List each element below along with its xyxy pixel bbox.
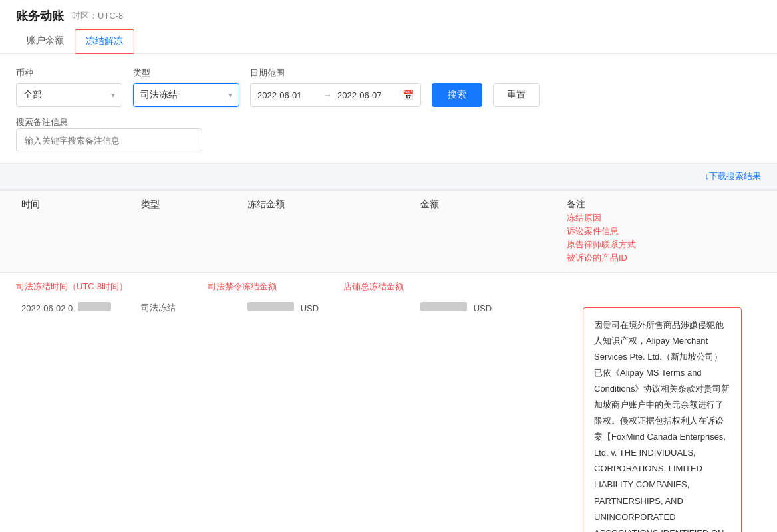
tab-account-balance[interactable]: 账户余额 [16, 29, 75, 53]
type-value: 司法冻结 [140, 89, 178, 101]
type-select[interactable]: 司法冻结 ▾ [133, 83, 239, 107]
col-header-freeze-amount: 冻结金额 [242, 191, 415, 272]
cell-amount: USD [415, 295, 561, 532]
date-to-input[interactable] [337, 90, 397, 100]
date-arrow-icon: → [323, 90, 332, 100]
chevron-down-icon: ▾ [228, 90, 232, 100]
freeze-amount-blur [247, 302, 294, 311]
cell-remarks: 因贵司在境外所售商品涉嫌侵犯他人知识产权，Alipay Merchant Ser… [561, 295, 763, 532]
col-header-remark: 备注 冻结原因 诉讼案件信息 原告律师联系方式 被诉讼的产品ID [561, 191, 761, 272]
freeze-subheader: 司法冻结时间（UTC-8时间） 司法禁令冻结金额 店铺总冻结金额 [0, 273, 777, 295]
calendar-icon: 📅 [402, 90, 414, 100]
time-blur [78, 302, 111, 311]
download-row: ↓下载搜索结果 [0, 164, 777, 189]
amount-currency: USD [474, 303, 492, 313]
freeze-reason-label: 冻结原因 [567, 212, 756, 224]
remark-search-row: 搜索备注信息 [16, 116, 761, 152]
currency-label: 币种 [16, 67, 122, 79]
cell-date: 2022-06-02 0 [16, 295, 136, 532]
remark-col-label: 备注 [567, 199, 756, 211]
remarks-popup-box: 因贵司在境外所售商品涉嫌侵犯他人知识产权，Alipay Merchant Ser… [583, 307, 742, 532]
table-header: 时间 类型 冻结金额 金额 备注 冻结原因 诉讼案件信息 原告律师联系方式 被诉… [0, 190, 777, 273]
search-button[interactable]: 搜索 [432, 83, 482, 107]
remarks-text-part1: 因贵司在境外所售商品涉嫌侵犯他人知识产权，Alipay Merchant Ser… [594, 320, 730, 532]
remark-search-input[interactable] [16, 128, 202, 152]
freeze-time-header-label: 司法冻结时间（UTC-8时间） [16, 281, 128, 293]
date-range-picker[interactable]: → 📅 [250, 83, 421, 107]
cell-type: 司法冻结 [136, 295, 242, 532]
download-link[interactable]: ↓下载搜索结果 [705, 171, 762, 181]
freeze-currency: USD [301, 303, 319, 313]
currency-select[interactable]: 全部 ▾ [16, 83, 122, 107]
date-value: 2022-06-02 0 [21, 303, 73, 313]
currency-filter-group: 币种 全部 ▾ [16, 67, 122, 107]
col-header-type: 类型 [136, 191, 242, 272]
col-header-amount: 金额 [415, 191, 561, 272]
tab-freeze-unfreeze[interactable]: 冻结解冻 [75, 29, 134, 54]
remark-label: 搜索备注信息 [16, 116, 761, 128]
search-panel: 币种 全部 ▾ 类型 司法冻结 ▾ 日期范围 → 📅 [0, 54, 777, 164]
type-filter-group: 类型 司法冻结 ▾ [133, 67, 239, 107]
cell-freeze-amount: USD [242, 295, 415, 532]
table-section: 时间 类型 冻结金额 金额 备注 冻结原因 诉讼案件信息 原告律师联系方式 被诉… [0, 190, 777, 532]
store-freeze-header-label: 店铺总冻结金额 [343, 281, 404, 293]
product-id-label: 被诉讼的产品ID [567, 252, 756, 264]
chevron-down-icon: ▾ [111, 90, 115, 100]
reset-button[interactable]: 重置 [493, 83, 540, 107]
page-title: 账务动账 [16, 8, 64, 24]
tab-bar: 账户余额 冻结解冻 [16, 29, 761, 53]
date-from-input[interactable] [257, 90, 317, 100]
freeze-amount-header-label: 司法禁令冻结金额 [208, 281, 277, 293]
date-filter-group: 日期范围 → 📅 [250, 67, 421, 107]
currency-value: 全部 [23, 89, 42, 101]
table-row: 2022-06-02 0 司法冻结 USD USD 因贵司在境外所售商品涉嫌侵犯… [0, 295, 777, 532]
lawyer-contact-label: 原告律师联系方式 [567, 239, 756, 251]
timezone-label: 时区：UTC-8 [72, 10, 123, 22]
amount-blur [420, 302, 467, 311]
litigation-info-label: 诉讼案件信息 [567, 225, 756, 237]
type-label: 类型 [133, 67, 239, 79]
date-label: 日期范围 [250, 67, 421, 79]
col-header-time: 时间 [16, 191, 136, 272]
